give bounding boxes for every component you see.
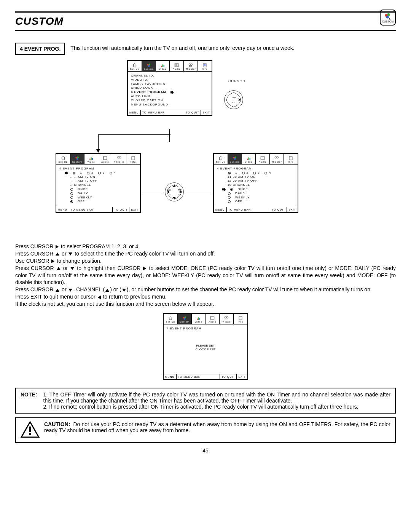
svg-rect-63 (198, 317, 199, 320)
page-title: CUSTOM (15, 15, 64, 27)
tab-audio: Audio (206, 314, 220, 324)
svg-rect-70 (29, 427, 31, 432)
mode-row: OFF (217, 200, 295, 204)
menu-footer: MENU TO MENU BAR TO QUIT EXIT (214, 207, 298, 212)
svg-point-35 (117, 157, 119, 158)
svg-point-1 (387, 13, 390, 16)
radio-empty-icon (228, 192, 231, 195)
svg-rect-8 (161, 66, 162, 67)
flow-line (98, 134, 170, 135)
svg-marker-4 (133, 63, 137, 67)
title-bar: CUSTOM CUSTOM (15, 11, 396, 31)
radio-empty-icon (98, 172, 101, 174)
clock-message: PLEASE SET CLOCK FIRST (167, 344, 244, 352)
svg-rect-68 (239, 316, 242, 320)
svg-rect-51 (247, 158, 248, 160)
menu-body: CHANNEL ID. VIDEO ID. FAMILY FAVORITES C… (128, 72, 212, 110)
svg-rect-64 (199, 318, 200, 320)
menu-footer: MENU TO MENU BAR TO QUIT EXIT (164, 374, 247, 379)
triangle-up-icon (56, 252, 59, 256)
svg-marker-26 (61, 156, 65, 160)
cursor-label: CURSOR (228, 79, 245, 83)
section-label: 4 EVENT PROG. (15, 43, 65, 55)
tv-on-row: -- -- AM TV ON (59, 175, 137, 179)
menu-left: Set Up Custom Video Audio Theater Info 4… (56, 153, 141, 213)
tab-setup: Set Up (164, 314, 178, 324)
tab-theater: Theater (112, 154, 126, 164)
dpad-full: FAV CH FAV CH (164, 182, 184, 202)
menu-footer: MENU TO MENU BAR TO QUIT EXIT (56, 207, 140, 212)
svg-rect-65 (211, 316, 215, 320)
menu-title: 4 EVENT PROGRAM (217, 167, 295, 171)
svg-rect-54 (261, 157, 265, 160)
tab-video: Video (192, 314, 206, 324)
mode-row: WEEKLY (217, 196, 295, 200)
tab-custom: Custom (70, 154, 84, 164)
instruction-line: If the clock is not set, you can not use… (15, 300, 396, 308)
note-content: 1. The OFF Timer will only activate if t… (43, 391, 390, 410)
menu-body: 4 EVENT PROGRAM 1 2 3 4 -- -- AM TV ON -… (56, 165, 140, 207)
svg-point-36 (119, 157, 121, 158)
radio-empty-icon (70, 188, 73, 191)
tv-off-row: 12:00 AM TV OFF (217, 179, 295, 183)
tab-info: Info (234, 314, 247, 324)
tab-setup: Set Up (214, 154, 228, 164)
svg-rect-57 (289, 157, 292, 160)
radio-empty-icon (264, 172, 267, 174)
radio-empty-icon (253, 172, 256, 174)
menu-item: CHANNEL ID. (131, 74, 209, 78)
program-selector: 1 2 3 4 (59, 171, 137, 175)
clock-body: 4 EVENT PROGRAM PLEASE SET CLOCK FIRST (164, 324, 247, 374)
mode-row: ONCE (217, 187, 295, 192)
tab-audio: Audio (170, 61, 184, 71)
menu-item: FAMILY FAVORITES (131, 82, 209, 86)
svg-rect-9 (162, 64, 163, 67)
radio-empty-icon (228, 196, 231, 199)
triangle-down-icon (68, 289, 72, 292)
menu-title: 4 EVENT PROGRAM (59, 167, 137, 171)
radio-filled-icon (73, 172, 75, 174)
channel-row: 10 CHANNEL (217, 183, 295, 187)
tab-row: Set Up Custom Video Audio Theater Info (164, 314, 247, 324)
warning-icon (21, 421, 40, 439)
svg-text:FAV: FAV (232, 97, 236, 99)
flow-line (98, 134, 99, 150)
radio-empty-icon (87, 172, 89, 174)
radio-filled-icon (228, 172, 231, 174)
radio-empty-icon (242, 172, 245, 174)
svg-point-66 (225, 316, 226, 318)
svg-text:CH: CH (167, 193, 170, 196)
menu-title: 4 EVENT PROGRAM (167, 327, 244, 330)
tab-info: Info (198, 61, 212, 71)
svg-point-7 (148, 65, 150, 67)
arrow-right-icon (170, 91, 174, 94)
note-box: NOTE: 1. The OFF Timer will only activat… (15, 388, 396, 414)
svg-rect-71 (29, 433, 31, 435)
radio-filled-icon (230, 188, 233, 191)
mode-row: WEEKLY (59, 196, 137, 200)
svg-rect-30 (89, 158, 90, 160)
instruction-line: Press CURSOR or to select the time the P… (15, 250, 396, 257)
instruction-line: Press CURSOR or to highlight then CURSOR… (15, 265, 396, 286)
svg-text:FAV: FAV (167, 189, 171, 191)
flow-diagram: Set Up Custom Video Audio Theater Info C… (15, 60, 396, 235)
svg-text:FAV: FAV (178, 189, 182, 191)
triangle-down-icon (122, 289, 126, 292)
svg-point-29 (76, 158, 78, 160)
tab-custom: Custom (228, 154, 242, 164)
triangle-right-icon (143, 267, 146, 270)
svg-point-56 (277, 157, 279, 158)
tab-setup: Set Up (128, 61, 142, 71)
triangle-up-icon (56, 289, 59, 292)
svg-marker-47 (219, 156, 223, 160)
triangle-up-icon (105, 289, 109, 292)
tab-custom: Custom (178, 314, 192, 324)
svg-rect-31 (91, 157, 91, 160)
menu-item-selected: 4 EVENT PROGRAM (131, 90, 209, 94)
tab-theater: Theater (270, 154, 284, 164)
instruction-line: Press CURSOR or , CHANNEL () or (), or n… (15, 286, 396, 293)
menu-item: VIDEO ID. (131, 78, 209, 82)
section-header: 4 EVENT PROG. This function will automat… (15, 43, 396, 55)
mode-row: DAILY (217, 192, 295, 196)
menu-item: AUTO LINK (131, 94, 209, 99)
